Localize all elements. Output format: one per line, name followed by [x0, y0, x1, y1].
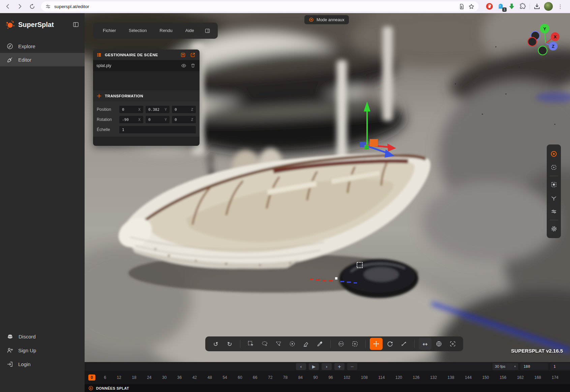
chrome-menu-button[interactable]: ⋮ [556, 3, 564, 10]
frame-tick[interactable]: 144 [463, 374, 474, 381]
frame-current-input[interactable]: 1 [550, 363, 570, 370]
frame-tick[interactable]: 174 [550, 374, 561, 381]
brush-select-tool[interactable] [286, 338, 299, 350]
frame-tick[interactable]: 54 [220, 374, 229, 381]
send-to-device-icon[interactable] [458, 3, 465, 10]
frame-tick[interactable]: 48 [206, 374, 214, 381]
frame-tick[interactable]: 126 [411, 374, 422, 381]
rotation-y-input[interactable]: 0Y [146, 116, 170, 123]
frame-tick[interactable]: 84 [296, 374, 305, 381]
axis-neg-x-button[interactable] [528, 37, 537, 46]
downloader-extension-icon[interactable] [508, 3, 515, 10]
rect-select-tool[interactable] [244, 338, 257, 350]
axis-neg-y-button[interactable] [538, 46, 547, 55]
bookmark-star-icon[interactable] [468, 3, 475, 10]
frame-tick[interactable]: 66 [251, 374, 259, 381]
menu-file[interactable]: Fichier [96, 23, 122, 39]
view-settings-button[interactable] [547, 205, 561, 218]
timeline-ruler[interactable]: 0612182430364248546066727884909610210811… [85, 371, 570, 384]
reload-button[interactable] [27, 1, 37, 11]
add-key-button[interactable]: + [334, 363, 344, 370]
frame-tick[interactable]: 102 [341, 374, 352, 381]
sidebar-item-explore[interactable]: Explore [0, 39, 85, 53]
rings-mode-toggle[interactable] [547, 147, 561, 161]
frame-selection-tool[interactable] [349, 338, 361, 350]
ghost-extension[interactable]: 1 [497, 3, 505, 10]
forward-button[interactable] [15, 1, 25, 11]
settings-button[interactable] [547, 222, 561, 235]
splat-data-bar[interactable]: DONNÉES SPLAT [85, 384, 570, 392]
frame-tick[interactable]: 12 [115, 374, 123, 381]
profile-avatar[interactable] [544, 2, 553, 11]
frame-tick[interactable]: 132 [428, 374, 439, 381]
url-text[interactable]: superspl.at/editor [54, 4, 455, 9]
frame-tick[interactable]: 114 [376, 374, 387, 381]
import-button[interactable] [180, 52, 186, 58]
frame-tick[interactable]: 42 [190, 374, 199, 381]
band-width-button[interactable]: ↔ [419, 338, 431, 350]
frame-tick[interactable]: 168 [532, 374, 543, 381]
play-button[interactable]: ▶ [309, 363, 319, 370]
frame-tick[interactable]: 36 [175, 374, 184, 381]
frame-tick[interactable]: 72 [266, 374, 274, 381]
mode-badge[interactable]: Mode anneaux [304, 15, 349, 24]
picker-tool[interactable] [313, 338, 326, 350]
menu-selection[interactable]: Sélection [122, 23, 153, 39]
remove-key-button[interactable]: − [347, 363, 357, 370]
frame-tick[interactable]: 150 [480, 374, 491, 381]
frame-tick[interactable]: 18 [130, 374, 138, 381]
next-frame-button[interactable]: › [322, 363, 332, 370]
show-axes-toggle[interactable] [547, 191, 561, 205]
frame-tick[interactable]: 120 [393, 374, 404, 381]
downloads-icon[interactable] [533, 3, 541, 10]
fps-select[interactable]: 30 fps ▾ [492, 363, 518, 370]
frame-tick[interactable]: 78 [281, 374, 290, 381]
polygon-select-tool[interactable] [272, 338, 285, 350]
rotation-x-input[interactable]: -90X [119, 116, 143, 123]
frame-tick[interactable]: 156 [498, 374, 508, 381]
sidebar-item-login[interactable]: Login [0, 357, 85, 371]
frame-tick[interactable]: 30 [160, 374, 169, 381]
adblocker-extension-icon[interactable] [485, 2, 493, 10]
frame-tick[interactable]: 0 [88, 374, 95, 381]
sidebar-item-signup[interactable]: Sign Up [0, 344, 85, 357]
redo-button[interactable]: ↻ [223, 338, 236, 350]
menu-render[interactable]: Rendu [153, 23, 179, 39]
frame-tick[interactable]: 24 [145, 374, 153, 381]
scale-tool[interactable] [397, 338, 410, 350]
scale-input[interactable]: 1 [119, 126, 196, 133]
center-mode-toggle[interactable] [547, 161, 561, 174]
rotation-z-input[interactable]: 0Z [172, 116, 196, 123]
frame-tick[interactable]: 108 [359, 374, 370, 381]
position-x-input[interactable]: 0X [119, 106, 143, 113]
site-info-icon[interactable] [45, 4, 51, 9]
back-button[interactable] [3, 1, 13, 11]
frame-tick[interactable]: 6 [102, 374, 108, 381]
view-axes-gizmo[interactable]: Y X Z [525, 17, 567, 59]
undo-button[interactable]: ↺ [209, 338, 222, 350]
prev-frame-button[interactable]: ‹ [296, 363, 306, 370]
lasso-select-tool[interactable] [258, 338, 271, 350]
frame-scene-button[interactable] [446, 338, 459, 350]
world-space-toggle[interactable] [432, 338, 445, 350]
collapse-sidebar-icon[interactable] [72, 21, 79, 28]
toggle-panels-button[interactable] [201, 28, 214, 34]
url-bar[interactable]: superspl.at/editor [41, 1, 479, 11]
sphere-select-tool[interactable] [335, 338, 348, 350]
sidebar-item-discord[interactable]: Discord [0, 330, 85, 344]
position-z-input[interactable]: 0Z [172, 106, 196, 113]
menu-help[interactable]: Aide [179, 23, 201, 39]
frame-tick[interactable]: 138 [446, 374, 456, 381]
viewport-canvas[interactable]: Fichier Sélection Rendu Aide Mode anneau… [85, 13, 570, 362]
export-button[interactable] [189, 52, 196, 58]
move-tool[interactable] [370, 338, 383, 350]
scene-file-row[interactable]: splat.ply [93, 60, 200, 71]
eraser-tool[interactable] [300, 338, 312, 350]
sidebar-item-editor[interactable]: Editor [0, 53, 85, 66]
extensions-puzzle-icon[interactable] [519, 3, 526, 10]
rotate-tool[interactable] [384, 338, 396, 350]
visibility-toggle[interactable] [180, 62, 187, 69]
frame-tick[interactable]: 60 [236, 374, 244, 381]
frame-tick[interactable]: 96 [326, 374, 335, 381]
frame-tick[interactable]: 90 [311, 374, 320, 381]
